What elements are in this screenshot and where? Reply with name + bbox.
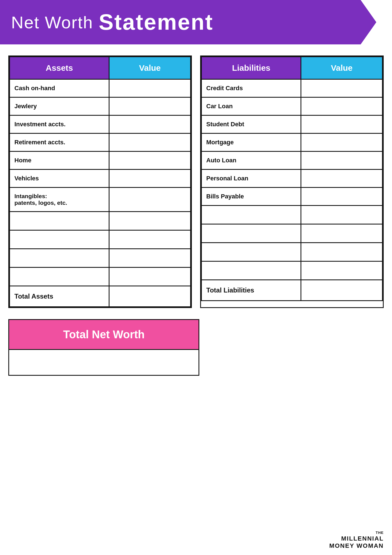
total-liabilities-label: Total Liabilities [202, 280, 301, 301]
asset-empty-label [10, 212, 109, 230]
assets-row: Investment accts. [10, 115, 191, 133]
liability-value[interactable] [301, 170, 383, 188]
assets-row: Cash on-hand [10, 79, 191, 97]
asset-empty-label [10, 268, 109, 286]
asset-value[interactable] [109, 97, 191, 115]
asset-value[interactable] [109, 152, 191, 170]
liability-empty-value[interactable] [301, 261, 383, 280]
assets-row: Vehicles [10, 170, 191, 188]
assets-empty-row [10, 249, 191, 268]
liability-label: Car Loan [202, 97, 301, 115]
asset-label: Cash on-hand [10, 79, 109, 97]
total-assets-label: Total Assets [10, 286, 109, 307]
liability-empty-label [202, 243, 301, 261]
liabilities-row: Bills Payable [202, 188, 383, 206]
total-net-worth-label: Total Net Worth [63, 328, 145, 340]
liability-empty-value[interactable] [301, 206, 383, 224]
asset-value[interactable] [109, 115, 191, 133]
liability-empty-value[interactable] [301, 224, 383, 243]
asset-value[interactable] [109, 79, 191, 97]
liability-value[interactable] [301, 133, 383, 152]
liabilities-table: Liabilities Value Credit CardsCar LoanSt… [200, 56, 384, 308]
asset-label: Intangibles:patents, logos, etc. [10, 188, 109, 212]
liability-empty-label [202, 224, 301, 243]
asset-empty-label [10, 230, 109, 249]
asset-empty-value[interactable] [109, 212, 191, 230]
liabilities-col-header: Liabilities [202, 57, 301, 79]
liabilities-row: Mortgage [202, 133, 383, 152]
liabilities-empty-row [202, 206, 383, 224]
assets-row: Intangibles:patents, logos, etc. [10, 188, 191, 212]
liability-label: Mortgage [202, 133, 301, 152]
watermark-millennial: MILLENNIAL [329, 535, 384, 542]
liability-label: Bills Payable [202, 188, 301, 206]
liability-value[interactable] [301, 115, 383, 133]
asset-value[interactable] [109, 170, 191, 188]
header-banner: Net Worth Statement [0, 0, 392, 44]
liability-value[interactable] [301, 152, 383, 170]
asset-label: Investment accts. [10, 115, 109, 133]
liability-label: Credit Cards [202, 79, 301, 97]
liability-value[interactable] [301, 188, 383, 206]
assets-col-header: Assets [10, 57, 109, 79]
liability-empty-label [202, 206, 301, 224]
liabilities-row: Personal Loan [202, 170, 383, 188]
liability-value[interactable] [301, 97, 383, 115]
watermark-the: The [376, 531, 384, 535]
liabilities-empty-row [202, 243, 383, 261]
asset-value[interactable] [109, 188, 191, 212]
assets-total-row: Total Assets [10, 286, 191, 307]
liability-label: Auto Loan [202, 152, 301, 170]
header-script-title: Net Worth [11, 12, 93, 32]
liabilities-row: Car Loan [202, 97, 383, 115]
watermark-money-woman: MONEY WOMAN [329, 542, 384, 549]
watermark: The MILLENNIAL MONEY WOMAN [329, 530, 384, 549]
assets-empty-row [10, 230, 191, 249]
liabilities-total-row: Total Liabilities [202, 280, 383, 301]
assets-row: Jewlery [10, 97, 191, 115]
total-net-worth-banner: Total Net Worth [8, 319, 199, 350]
liabilities-empty-row [202, 224, 383, 243]
liabilities-row: Credit Cards [202, 79, 383, 97]
asset-value[interactable] [109, 133, 191, 152]
header-bold-title: Statement [99, 9, 213, 35]
liabilities-row: Auto Loan [202, 152, 383, 170]
assets-empty-row [10, 212, 191, 230]
assets-row: Retirement accts. [10, 133, 191, 152]
total-net-worth-section: Total Net Worth [0, 319, 208, 387]
asset-label: Jewlery [10, 97, 109, 115]
liability-label: Student Debt [202, 115, 301, 133]
asset-empty-label [10, 249, 109, 268]
asset-label: Vehicles [10, 170, 109, 188]
total-net-worth-value [8, 350, 199, 376]
liabilities-row: Student Debt [202, 115, 383, 133]
assets-empty-row [10, 268, 191, 286]
liabilities-value-header: Value [301, 57, 383, 79]
liability-empty-label [202, 261, 301, 280]
liability-empty-value[interactable] [301, 243, 383, 261]
assets-value-header: Value [109, 57, 191, 79]
main-content: Assets Value Cash on-handJewleryInvestme… [0, 44, 392, 319]
liability-label: Personal Loan [202, 170, 301, 188]
asset-empty-value[interactable] [109, 230, 191, 249]
total-assets-value[interactable] [109, 286, 191, 307]
total-liabilities-value[interactable] [301, 280, 383, 301]
liability-value[interactable] [301, 79, 383, 97]
asset-empty-value[interactable] [109, 249, 191, 268]
assets-table: Assets Value Cash on-handJewleryInvestme… [8, 56, 192, 308]
assets-row: Home [10, 152, 191, 170]
asset-label: Retirement accts. [10, 133, 109, 152]
asset-empty-value[interactable] [109, 268, 191, 286]
asset-label: Home [10, 152, 109, 170]
liabilities-empty-row [202, 261, 383, 280]
